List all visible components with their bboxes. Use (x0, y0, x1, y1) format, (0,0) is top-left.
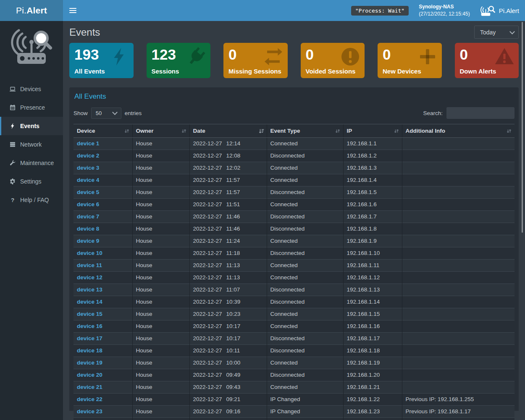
event-type-cell: Connected (267, 357, 343, 369)
device-link[interactable]: device 9 (77, 238, 99, 244)
search-input[interactable] (446, 107, 514, 119)
device-cell: device 2 (74, 150, 132, 162)
device-link[interactable]: device 15 (77, 311, 102, 317)
sidebar-item-network[interactable]: Network (0, 135, 63, 154)
event-type-cell: Disconnected (267, 333, 343, 345)
panel-title: All Events (74, 92, 514, 101)
owner-cell: House (132, 162, 189, 174)
owner-cell: House (132, 174, 189, 186)
event-row: device 19House2022-12-2710:00Connected19… (74, 357, 514, 369)
vertical-scrollbar[interactable] (522, 22, 523, 233)
device-link[interactable]: device 4 (77, 177, 99, 183)
owner-cell: House (132, 394, 189, 406)
ip-cell: 192.168.1.13 (343, 284, 402, 296)
page-length-select[interactable]: 50 (91, 108, 121, 119)
device-link[interactable]: device 3 (77, 165, 99, 171)
plus-icon (417, 47, 438, 67)
plug-icon (186, 47, 206, 67)
column-header-additional-info[interactable]: Additional Info (402, 124, 514, 138)
sidebar-item-label: Settings (20, 178, 42, 185)
date-cell: 2022-12-2709:49 (189, 369, 267, 381)
search-control: Search: (423, 107, 514, 119)
device-link[interactable]: device 22 (77, 396, 102, 402)
date-cell: 2022-12-2712:14 (189, 138, 267, 150)
ip-cell: 192.168.1.14 (343, 296, 402, 308)
date-cell: 2022-12-2709:21 (189, 394, 267, 406)
column-header-owner[interactable]: Owner (132, 124, 189, 138)
device-link[interactable]: device 16 (77, 323, 102, 329)
stat-card-voided-sessions[interactable]: 0Voided Sessions (301, 43, 365, 78)
device-cell: device 20 (74, 369, 132, 381)
events-table: DeviceOwnerDateEvent TypeIPAdditional In… (74, 124, 514, 420)
device-link[interactable]: device 20 (77, 372, 102, 378)
column-header-ip[interactable]: IP (343, 124, 402, 138)
brand-logo[interactable]: Pi.Alert (0, 0, 63, 21)
device-link[interactable]: device 5 (77, 189, 99, 195)
device-link[interactable]: device 10 (77, 250, 102, 256)
event-row: device 13House2022-12-2711:07Disconnecte… (74, 284, 514, 296)
device-link[interactable]: device 1 (77, 140, 99, 147)
device-cell: device 8 (74, 223, 132, 235)
device-cell: device 23 (74, 406, 132, 418)
owner-cell: House (132, 381, 189, 394)
sort-both-icon (181, 128, 187, 134)
device-link[interactable]: device 14 (77, 299, 102, 305)
app-name: Pi.Alert (499, 7, 519, 14)
device-link[interactable]: device 12 (77, 274, 102, 281)
app-badge[interactable]: Pi.Alert (480, 5, 519, 16)
sidebar-item-events[interactable]: Events (0, 117, 63, 135)
device-link[interactable]: device 6 (77, 201, 99, 207)
ip-cell: 192.168.1.22 (343, 394, 402, 406)
sidebar-item-help-faq[interactable]: ?Help / FAQ (0, 191, 63, 209)
main-content: Events Today 193All Events123Sessions0Mi… (63, 21, 525, 420)
date-cell: 2022-12-2710:11 (189, 345, 267, 357)
hamburger-icon[interactable] (63, 0, 82, 21)
event-type-cell: Disconnected (267, 296, 343, 308)
question-icon: ? (9, 197, 16, 203)
event-row: device 6House2022-12-2711:51Connected192… (74, 199, 514, 211)
stat-card-sessions[interactable]: 123Sessions (147, 43, 211, 78)
owner-cell: House (132, 186, 189, 199)
date-cell: 2022-12-2710:00 (189, 357, 267, 369)
owner-cell: House (132, 406, 189, 418)
period-select-wrap: Today (474, 26, 519, 39)
stat-card-all-events[interactable]: 193All Events (69, 43, 134, 78)
device-link[interactable]: device 19 (77, 360, 102, 366)
device-link[interactable]: device 13 (77, 286, 102, 293)
device-link[interactable]: device 11 (77, 262, 102, 268)
sidebar-item-settings[interactable]: Settings (0, 172, 63, 191)
device-cell: device 12 (74, 272, 132, 284)
stat-card-new-devices[interactable]: 0New Devices (378, 43, 442, 78)
host-time: (27/12/2022, 12:15:45) (419, 10, 470, 18)
date-cell: 2022-12-2709:16 (189, 406, 267, 418)
device-link[interactable]: device 17 (77, 335, 102, 341)
device-link[interactable]: device 18 (77, 347, 102, 354)
device-link[interactable]: device 8 (77, 226, 99, 232)
sidebar-item-presence[interactable]: Presence (0, 98, 63, 117)
device-link[interactable]: device 23 (77, 408, 102, 415)
stat-card-missing-sessions[interactable]: 0Missing Sessions (223, 43, 288, 78)
column-label: Device (77, 128, 95, 134)
sidebar-item-maintenance[interactable]: Maintenance (0, 154, 63, 172)
event-type-cell: Connected (267, 162, 343, 174)
event-row: device 10House2022-12-2711:18Disconnecte… (74, 247, 514, 260)
event-type-cell: IP Changed (267, 394, 343, 406)
sort-both-icon (506, 128, 512, 134)
device-cell: device 15 (74, 308, 132, 320)
column-header-device[interactable]: Device (74, 124, 132, 138)
device-link[interactable]: device 21 (77, 384, 102, 390)
sidebar-item-label: Events (20, 123, 39, 129)
column-header-date[interactable]: Date (189, 124, 267, 138)
additional-info-cell (402, 247, 514, 260)
additional-info-cell (402, 296, 514, 308)
column-header-event-type[interactable]: Event Type (267, 124, 343, 138)
device-link[interactable]: device 7 (77, 213, 99, 220)
period-select[interactable]: Today (474, 26, 519, 39)
event-type-cell: Connected (267, 381, 343, 394)
bolt-icon (9, 123, 16, 129)
owner-cell: House (132, 308, 189, 320)
sidebar-item-devices[interactable]: Devices (0, 80, 63, 98)
date-cell: 2022-12-2711:46 (189, 223, 267, 235)
device-link[interactable]: device 2 (77, 152, 99, 159)
stat-card-down-alerts[interactable]: 0Down Alerts (455, 43, 519, 78)
